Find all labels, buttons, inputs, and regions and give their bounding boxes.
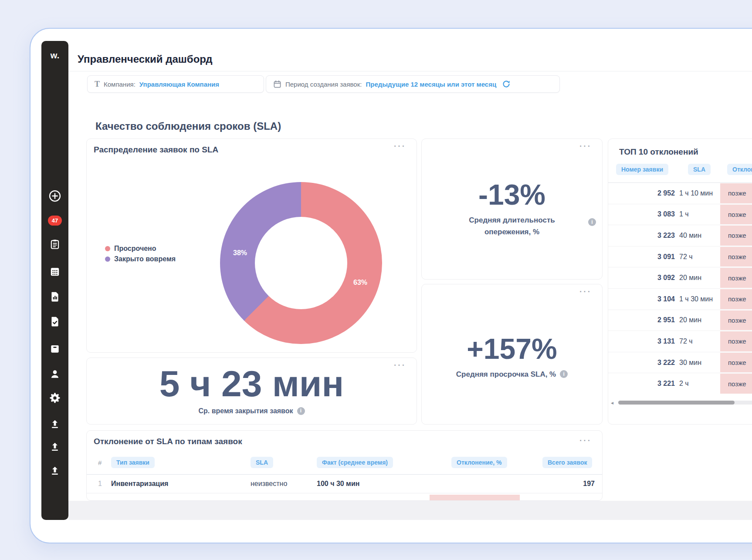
cell-request-number: 3 104: [608, 295, 675, 303]
deviation-text: позже: [728, 253, 746, 260]
header-divider: [68, 71, 752, 71]
deviation-bar: [430, 495, 520, 501]
user-icon: [49, 368, 61, 380]
file-chart-icon: [49, 291, 61, 302]
cell-sla: неизвестно: [251, 480, 287, 488]
legend-label: Закрыто вовремя: [114, 255, 176, 263]
cell-total-requests: 197: [583, 480, 595, 488]
calendar-icon: [273, 80, 281, 88]
clipboard-icon: [49, 239, 61, 250]
table-row[interactable]: 3 22230 минпозже: [608, 352, 752, 373]
cell-deviation: позже: [720, 226, 752, 246]
cell-fact-time: 100 ч 30 мин: [317, 480, 359, 488]
cell-request-number: 3 222: [608, 359, 675, 367]
cell-sla: 40 мин: [679, 232, 701, 240]
table-row[interactable]: 1Инвентаризациянеизвестно100 ч 30 мин197: [87, 475, 602, 493]
legend-item[interactable]: Просрочено: [105, 243, 176, 253]
stat-value: -13%: [478, 180, 545, 209]
horizontal-scrollbar[interactable]: ◂: [608, 399, 752, 406]
stat-label-text: Ср. время закрытия заявок: [198, 405, 293, 417]
content-clip-strip: [68, 501, 752, 520]
filter-company[interactable]: T Компания: Управляющая Компания: [87, 75, 264, 93]
refresh-icon[interactable]: [502, 80, 511, 88]
cell-sla: 20 мин: [679, 274, 701, 282]
column-header-type[interactable]: Тип заявки: [111, 457, 155, 468]
archive-box-icon: [49, 343, 61, 354]
column-header-total[interactable]: Всего заявок: [542, 457, 592, 468]
card-top-deviations: ТОП 10 отклонений Номер заявки SLA Откло…: [608, 138, 752, 425]
table-row[interactable]: 3 22340 минпозже: [608, 225, 752, 246]
table-row[interactable]: 2 95120 минпозже: [608, 310, 752, 331]
card-title: Распределение заявок по SLA: [94, 145, 218, 155]
card-menu-dots-icon[interactable]: ···: [579, 287, 592, 297]
info-icon[interactable]: i: [297, 407, 305, 415]
column-header-sla[interactable]: SLA: [251, 457, 273, 468]
sidebar-item-approvals[interactable]: [47, 314, 62, 329]
notifications-badge[interactable]: 47: [48, 216, 62, 226]
cell-sla: 1 ч: [679, 210, 689, 218]
page-title: Управленческий дашборд: [78, 53, 213, 65]
sidebar-item-archive[interactable]: [47, 341, 62, 356]
chart-legend: ПросроченоЗакрыто вовремя: [105, 243, 176, 264]
cell-sla: 2 ч: [679, 380, 689, 388]
top-deviations-rows: 2 9521 ч 10 минпозже3 0831 чпозже3 22340…: [608, 183, 752, 394]
info-icon[interactable]: i: [588, 218, 596, 226]
table-row[interactable]: 3 2212 чпозже: [608, 373, 752, 394]
sidebar-expand-chevron[interactable]: ›: [41, 526, 68, 538]
cell-request-number: 3 221: [608, 380, 675, 388]
column-header-fact[interactable]: Факт (среднее время): [317, 457, 393, 468]
stat-label: Средняя просрочка SLA, % i: [456, 368, 568, 380]
table-row[interactable]: 3 09220 минпозже: [608, 267, 752, 288]
sidebar-item-settings[interactable]: [47, 391, 62, 405]
deviation-text: позже: [728, 317, 746, 324]
add-button[interactable]: [47, 189, 62, 203]
donut-label-ontime: 38%: [233, 249, 247, 257]
deviation-text: позже: [728, 232, 746, 239]
sidebar-item-reports[interactable]: [47, 289, 62, 304]
card-lead-time: ··· -13% Средняя длительность опережения…: [421, 138, 603, 280]
info-icon[interactable]: i: [560, 370, 568, 378]
filter-period[interactable]: Период создания заявок: Предыдущие 12 ме…: [266, 75, 560, 93]
table-row[interactable]: 2 9521 ч 10 минпозже: [608, 183, 752, 204]
scrollbar-track[interactable]: [618, 401, 752, 405]
legend-dot-icon: [105, 246, 110, 251]
plus-circle-icon: [48, 189, 61, 202]
deviation-text: позже: [728, 211, 746, 218]
table-row[interactable]: 3 13172 чпозже: [608, 331, 752, 352]
table-row[interactable]: 3 0831 чпозже: [608, 204, 752, 225]
legend-item[interactable]: Закрыто вовремя: [105, 254, 176, 264]
scrollbar-thumb[interactable]: [618, 401, 735, 405]
filter-company-value[interactable]: Управляющая Компания: [139, 81, 219, 88]
scroll-left-arrow-icon[interactable]: ◂: [611, 400, 613, 406]
card-menu-dots-icon[interactable]: ···: [579, 436, 592, 445]
deviation-text: позже: [728, 380, 746, 388]
column-header-sla[interactable]: SLA: [688, 164, 711, 175]
cell-sla: 1 ч 30 мин: [679, 295, 713, 303]
card-title: ТОП 10 отклонений: [619, 147, 698, 157]
card-sla-by-type: Отклонение от SLA по типам заявок ··· # …: [86, 430, 603, 501]
column-header-deviation[interactable]: Отклонение: [727, 164, 752, 175]
cell-sla: 72 ч: [679, 253, 693, 261]
table-row[interactable]: 3 1041 ч 30 минпозже: [608, 288, 752, 310]
donut-chart[interactable]: [220, 182, 382, 344]
deviation-text: позже: [728, 189, 746, 197]
deviation-text: позже: [728, 274, 746, 282]
column-header-number[interactable]: Номер заявки: [616, 164, 668, 175]
card-menu-dots-icon[interactable]: ···: [394, 361, 406, 370]
sidebar-item-tasks[interactable]: [47, 237, 62, 252]
cell-sla: 1 ч 10 мин: [679, 189, 713, 197]
section-title: Качество соблюдения сроков (SLA): [95, 120, 281, 132]
sidebar-item-calendar[interactable]: [47, 264, 62, 279]
stat-label-line2: опережения, %: [469, 226, 555, 238]
cell-sla: 20 мин: [679, 316, 701, 324]
card-menu-dots-icon[interactable]: ···: [579, 142, 592, 151]
column-header-deviation[interactable]: Отклонение, %: [451, 457, 507, 468]
sidebar-item-export-2[interactable]: [47, 439, 62, 454]
sidebar-item-export-1[interactable]: [47, 417, 62, 432]
upload-icon: [49, 441, 61, 452]
sidebar-item-export-3[interactable]: [47, 463, 62, 478]
table-row[interactable]: 3 09172 чпозже: [608, 246, 752, 267]
card-menu-dots-icon[interactable]: ···: [394, 142, 406, 151]
filter-period-value[interactable]: Предыдущие 12 месяцы или этот месяц: [366, 81, 496, 88]
sidebar-item-profile[interactable]: [47, 367, 62, 381]
